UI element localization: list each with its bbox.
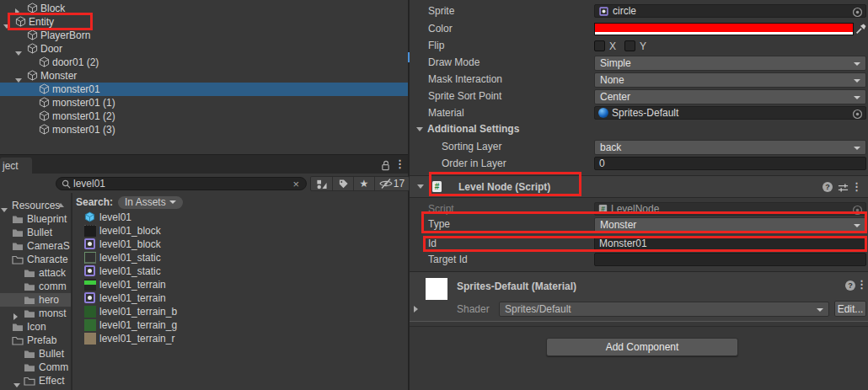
folder-item-characte[interactable]: Characte (0, 253, 71, 266)
project-body: ResourcesBlueprintBulletCameraSCharactea… (0, 193, 408, 390)
hierarchy-item-door01-2[interactable]: door01 (2) (0, 56, 408, 69)
additional-settings-foldout[interactable]: Additional Settings (416, 123, 519, 135)
folder-item-bullet[interactable]: Bullet (0, 226, 71, 239)
sprite-frame-icon (84, 292, 95, 303)
folder-item-comm[interactable]: comm (0, 280, 71, 293)
search-by-label-icon[interactable] (333, 177, 354, 190)
foldout-arrow-icon[interactable] (15, 8, 19, 15)
clear-search-icon[interactable]: × (292, 178, 299, 190)
favorites-star-icon[interactable]: ★ (354, 177, 375, 190)
file-item-level01[interactable]: level01 (72, 211, 408, 224)
hierarchy-item-playerborn[interactable]: PlayerBorn (0, 29, 408, 42)
mask-interaction-value: None (600, 74, 624, 86)
project-menu-kebab-icon[interactable]: ⋮ (394, 158, 405, 170)
sprite-label: Sprite (428, 5, 454, 17)
sorting-layer-dropdown[interactable]: back (594, 140, 866, 155)
object-picker-icon[interactable] (852, 109, 863, 122)
folder-item-monst[interactable]: monst (0, 307, 71, 320)
scope-pill-label: In Assets (125, 196, 166, 208)
type-dropdown[interactable]: Monster (594, 217, 866, 232)
mask-interaction-dropdown[interactable]: None (594, 72, 866, 88)
file-item-level01-block[interactable]: level01_block (72, 238, 408, 251)
hierarchy-item-door[interactable]: Door (0, 42, 408, 56)
order-in-layer-field[interactable]: 0 (594, 157, 866, 170)
flip-x-checkbox[interactable] (594, 40, 605, 51)
help-icon[interactable]: ? (845, 280, 855, 291)
lock-icon[interactable] (379, 158, 391, 172)
folder-item-attack[interactable]: attack (0, 266, 71, 280)
folder-item-prefab[interactable]: Prefab (0, 334, 71, 347)
folder-item-resources[interactable]: Resources (0, 199, 71, 212)
eyedropper-icon[interactable] (855, 24, 866, 37)
tab-project[interactable]: ject (0, 158, 32, 174)
file-item-level01-terrain-b[interactable]: level01_terrain_b (72, 305, 408, 318)
flip-y-label: Y (640, 40, 646, 52)
object-picker-icon[interactable] (852, 7, 863, 20)
hierarchy-item-monster01-3[interactable]: monster01 (3) (0, 123, 408, 136)
foldout-arrow-icon[interactable] (13, 313, 18, 320)
file-item-level01-static[interactable]: level01_static (72, 264, 408, 278)
folder-item-icon[interactable]: Icon (0, 320, 71, 334)
sprite-value: circle (613, 5, 636, 17)
file-item-level01-terrain[interactable]: level01_terrain (72, 278, 408, 291)
component-menu-kebab-icon[interactable]: ⋮ (851, 180, 862, 193)
file-item-level01-static[interactable]: level01_static (72, 251, 408, 264)
folder-item-effect[interactable]: Effect (0, 374, 71, 387)
level-node-component-header[interactable]: # Level Node (Script) ? ⋮ (410, 175, 868, 198)
hidden-results-toggle[interactable]: 17 (375, 177, 409, 190)
flip-y-checkbox[interactable] (624, 40, 635, 51)
folder-closed-icon (24, 281, 35, 293)
folder-item-bullet[interactable]: Bullet (0, 347, 71, 361)
search-scope-label: Search: (76, 196, 113, 208)
edit-shader-button[interactable]: Edit... (834, 301, 866, 317)
file-item-label: level01_terrain_b (99, 306, 177, 318)
csharp-script-icon: # (599, 204, 607, 213)
file-item-level01-block[interactable]: level01_block (72, 224, 408, 238)
file-item-level01-terrain[interactable]: level01_terrain (72, 291, 408, 305)
folder-open-icon (24, 376, 35, 387)
add-component-button[interactable]: Add Component (546, 338, 738, 356)
scope-in-assets-pill[interactable]: In Assets (118, 196, 183, 209)
folder-item-cameras[interactable]: CameraS (0, 239, 71, 253)
sprite-object-field[interactable]: circle (594, 4, 866, 18)
object-picker-icon[interactable] (852, 205, 863, 218)
material-menu-kebab-icon[interactable]: ⋮ (856, 278, 867, 291)
material-preview-title: Sprites-Default (Material) (457, 280, 576, 292)
folder-item-blueprint[interactable]: Blueprint (0, 212, 71, 226)
id-field[interactable]: Monster01 (594, 237, 866, 250)
target-id-field[interactable] (594, 253, 866, 266)
hierarchy-item-block[interactable]: Block (0, 2, 408, 15)
material-object-field[interactable]: Sprites-Default (594, 106, 866, 120)
color-swatch[interactable] (594, 23, 854, 35)
search-input[interactable]: level01 × (56, 177, 307, 190)
search-by-type-icon[interactable] (311, 177, 333, 190)
flip-row: Flip X Y (410, 39, 868, 54)
hierarchy-item-monster01[interactable]: monster01 (0, 83, 408, 96)
file-item-level01-terrain-r[interactable]: level01_terrain_r (72, 332, 408, 345)
project-panel: ject ⋮ level01 × ★ (0, 154, 408, 390)
file-item-level01-terrain-g[interactable]: level01_terrain_g (72, 318, 408, 332)
hierarchy-item-entity[interactable]: Entity (0, 15, 408, 29)
folder-item-comm[interactable]: Comm (0, 361, 71, 374)
hierarchy-item-monster[interactable]: Monster (0, 69, 408, 83)
folder-closed-icon (12, 241, 24, 253)
hierarchy-item-label: monster01 (2) (52, 110, 115, 122)
presets-icon[interactable] (838, 183, 849, 195)
draw-mode-dropdown[interactable]: Simple (594, 56, 866, 71)
foldout-arrow-icon[interactable] (414, 306, 418, 313)
shader-dropdown[interactable]: Sprites/Default (499, 302, 829, 317)
thumb-dots-icon (84, 252, 96, 264)
hierarchy-item-monster01-2[interactable]: monster01 (2) (0, 110, 408, 123)
gameobject-cube-icon (27, 43, 38, 56)
foldout-arrow-icon (416, 127, 423, 131)
gameobject-cube-icon (39, 110, 50, 123)
help-icon[interactable]: ? (822, 182, 833, 192)
material-thumbnail[interactable] (426, 278, 447, 300)
hierarchy-item-monster01-1[interactable]: monster01 (1) (0, 96, 408, 110)
folder-item-hero[interactable]: hero (0, 293, 71, 307)
scroll-up-icon[interactable] (57, 203, 64, 207)
file-item-label: level01_static (99, 252, 161, 264)
sprite-sort-point-dropdown[interactable]: Center (594, 89, 866, 104)
folder-open-icon (12, 254, 24, 266)
prefab-cube-icon (84, 211, 95, 222)
